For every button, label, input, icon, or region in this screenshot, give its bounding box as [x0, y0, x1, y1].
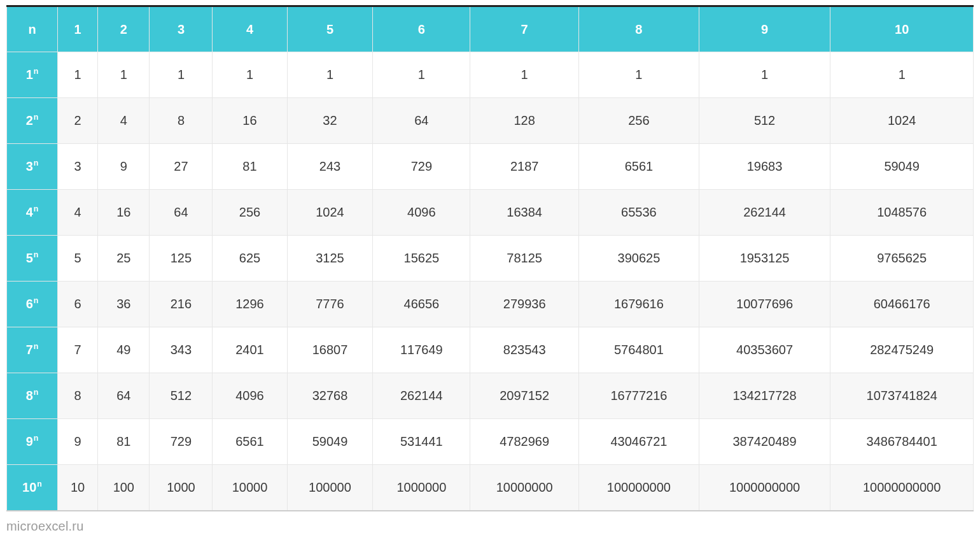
data-cell: 4	[58, 190, 98, 236]
data-cell: 729	[373, 144, 470, 190]
col-header: 3	[150, 6, 213, 52]
data-cell: 16	[98, 190, 150, 236]
exponent-suffix: n	[34, 204, 39, 213]
data-cell: 1024	[830, 98, 974, 144]
data-cell: 625	[213, 236, 287, 282]
data-cell: 279936	[470, 282, 579, 327]
data-cell: 1	[213, 52, 287, 98]
data-cell: 8	[150, 98, 213, 144]
data-cell: 10000000000	[830, 465, 974, 511]
data-cell: 2187	[470, 144, 579, 190]
table-row: 3n 3 9 27 81 243 729 2187 6561 19683 590…	[7, 144, 974, 190]
row-header: 7n	[7, 327, 58, 373]
data-cell: 59049	[287, 419, 373, 465]
data-cell: 125	[150, 236, 213, 282]
data-cell: 1	[150, 52, 213, 98]
powers-table: n 1 2 3 4 5 6 7 8 9 10 1n 1 1 1 1 1 1	[6, 5, 974, 511]
data-cell: 1	[287, 52, 373, 98]
data-cell: 256	[213, 190, 287, 236]
data-cell: 15625	[373, 236, 470, 282]
data-cell: 25	[98, 236, 150, 282]
table-row: 7n 7 49 343 2401 16807 117649 823543 576…	[7, 327, 974, 373]
data-cell: 387420489	[699, 419, 830, 465]
data-cell: 49	[98, 327, 150, 373]
row-header: 10n	[7, 465, 58, 511]
data-cell: 64	[373, 98, 470, 144]
data-cell: 3	[58, 144, 98, 190]
exponent-suffix: n	[34, 113, 39, 122]
row-base: 9	[26, 434, 33, 448]
data-cell: 1048576	[830, 190, 974, 236]
data-cell: 216	[150, 282, 213, 327]
data-cell: 1953125	[699, 236, 830, 282]
data-cell: 1000000000	[699, 465, 830, 511]
col-header: 5	[287, 6, 373, 52]
data-cell: 1073741824	[830, 373, 974, 419]
data-cell: 100000000	[579, 465, 699, 511]
data-cell: 729	[150, 419, 213, 465]
data-cell: 6561	[579, 144, 699, 190]
data-cell: 27	[150, 144, 213, 190]
data-cell: 10	[58, 465, 98, 511]
data-cell: 9	[58, 419, 98, 465]
data-cell: 390625	[579, 236, 699, 282]
exponent-suffix: n	[34, 67, 39, 76]
data-cell: 60466176	[830, 282, 974, 327]
table-row: 5n 5 25 125 625 3125 15625 78125 390625 …	[7, 236, 974, 282]
data-cell: 6561	[213, 419, 287, 465]
data-cell: 2097152	[470, 373, 579, 419]
row-base: 2	[26, 113, 33, 127]
row-header: 2n	[7, 98, 58, 144]
exponent-suffix: n	[34, 342, 39, 351]
corner-header-cell: n	[7, 6, 58, 52]
col-header: 9	[699, 6, 830, 52]
data-cell: 4	[98, 98, 150, 144]
row-base: 7	[26, 343, 33, 357]
data-cell: 10077696	[699, 282, 830, 327]
data-cell: 1	[699, 52, 830, 98]
col-header: 4	[213, 6, 287, 52]
data-cell: 1000	[150, 465, 213, 511]
data-cell: 8	[58, 373, 98, 419]
table-row: 10n 10 100 1000 10000 100000 1000000 100…	[7, 465, 974, 511]
data-cell: 59049	[830, 144, 974, 190]
col-header: 10	[830, 6, 974, 52]
data-cell: 16777216	[579, 373, 699, 419]
table-row: 6n 6 36 216 1296 7776 46656 279936 16796…	[7, 282, 974, 327]
data-cell: 3486784401	[830, 419, 974, 465]
exponent-suffix: n	[37, 480, 42, 489]
data-cell: 9765625	[830, 236, 974, 282]
data-cell: 1	[58, 52, 98, 98]
data-cell: 343	[150, 327, 213, 373]
data-cell: 32	[287, 98, 373, 144]
col-header: 2	[98, 6, 150, 52]
data-cell: 46656	[373, 282, 470, 327]
data-cell: 3125	[287, 236, 373, 282]
data-cell: 40353607	[699, 327, 830, 373]
data-cell: 1	[470, 52, 579, 98]
col-header: 1	[58, 6, 98, 52]
data-cell: 100000	[287, 465, 373, 511]
data-cell: 2401	[213, 327, 287, 373]
data-cell: 6	[58, 282, 98, 327]
col-header: 7	[470, 6, 579, 52]
data-cell: 78125	[470, 236, 579, 282]
row-base: 1	[26, 68, 33, 82]
data-cell: 64	[150, 190, 213, 236]
table-row: 4n 4 16 64 256 1024 4096 16384 65536 262…	[7, 190, 974, 236]
col-header: 8	[579, 6, 699, 52]
data-cell: 10000	[213, 465, 287, 511]
exponent-suffix: n	[34, 159, 39, 168]
table-row: 9n 9 81 729 6561 59049 531441 4782969 43…	[7, 419, 974, 465]
row-base: 8	[26, 389, 33, 403]
data-cell: 117649	[373, 327, 470, 373]
exponent-suffix: n	[34, 250, 39, 259]
data-cell: 4096	[373, 190, 470, 236]
data-cell: 4096	[213, 373, 287, 419]
row-base: 6	[26, 297, 33, 311]
data-cell: 1296	[213, 282, 287, 327]
col-header: 6	[373, 6, 470, 52]
exponent-suffix: n	[34, 296, 39, 305]
data-cell: 5	[58, 236, 98, 282]
table-header-row: n 1 2 3 4 5 6 7 8 9 10	[7, 6, 974, 52]
